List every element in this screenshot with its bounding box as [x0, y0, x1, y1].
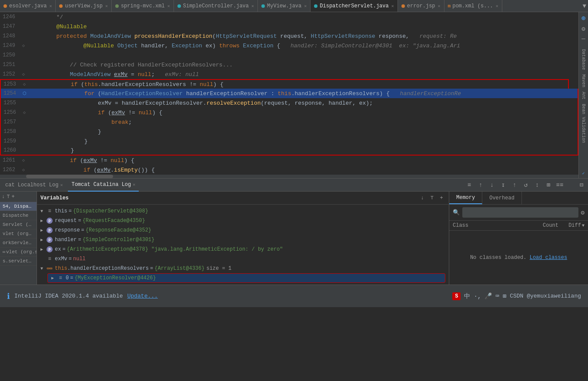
- tab-error[interactable]: error.jsp ✕: [398, 0, 444, 12]
- list-icon[interactable]: ≡≡: [555, 180, 565, 190]
- tab-pom[interactable]: m pom.xml (s... ✕: [444, 0, 502, 12]
- line-content: @Nullable Object handler, Exception ex) …: [27, 43, 578, 49]
- refresh-icon[interactable]: ↺: [521, 180, 531, 190]
- var-equals: =: [69, 256, 72, 262]
- close-icon[interactable]: ✕: [105, 3, 108, 9]
- sidebar-ant-label[interactable]: Ant: [580, 90, 587, 101]
- thread-item-vlet2[interactable]: ∞ vlet (org.s..: [0, 248, 37, 257]
- sidebar-maven-label[interactable]: Maven: [580, 73, 587, 89]
- load-classes-link[interactable]: Load classes: [530, 255, 567, 261]
- thread-item-54[interactable]: 54, Dispatc: [0, 202, 37, 211]
- close-icon[interactable]: ✕: [438, 3, 441, 9]
- line-number: 1253: [1, 81, 20, 87]
- layout-icon[interactable]: ⊟: [577, 180, 586, 190]
- line-gutter: ⬡: [20, 91, 28, 96]
- var-item-response[interactable]: ▶ p response = {ResponseFacade@4352}: [37, 225, 449, 235]
- tab-springmvc[interactable]: spring-mvc.xml ✕: [112, 0, 174, 12]
- close-icon[interactable]: ✕: [304, 3, 307, 9]
- memory-table-header: Class Count Diff ▼: [449, 221, 588, 231]
- search-input[interactable]: [462, 207, 578, 218]
- var-filter-icon[interactable]: ⊤: [428, 194, 436, 202]
- var-item-exmv[interactable]: ≡ exMv = null: [37, 254, 449, 264]
- expand-tabs-icon[interactable]: ▼: [583, 3, 586, 10]
- var-equals: =: [81, 227, 84, 233]
- tab-localhost-log[interactable]: cat Localhost Log ✕: [2, 179, 66, 192]
- checkmark-icon[interactable]: ✓: [582, 171, 585, 176]
- thread-item-vlet1[interactable]: vlet (org.s..: [0, 229, 37, 239]
- thread-item-workservlet[interactable]: orkServlet..: [0, 239, 37, 248]
- close-icon[interactable]: ✕: [60, 182, 63, 188]
- var-item-handler[interactable]: ▶ p handler = {SimpleController@4301}: [37, 235, 449, 245]
- notification-text: IntelliJ IDEA 2020.1.4 available: [14, 293, 123, 299]
- line-number: 1260: [1, 147, 20, 153]
- var-add-icon[interactable]: +: [438, 194, 445, 202]
- tab-esolver[interactable]: esolver.java ✕: [0, 0, 56, 12]
- var-sort-icon[interactable]: ↓: [418, 194, 426, 202]
- thread-item-servlet1[interactable]: Servlet (or..: [0, 220, 37, 229]
- var-item-this[interactable]: ▼ ≡ this = {DispatcherServlet@4308}: [37, 206, 449, 216]
- var-item-request[interactable]: ▶ p request = {RequestFacade@4350}: [37, 216, 449, 225]
- tab-overhead[interactable]: Overhead: [482, 192, 522, 204]
- tab-memory[interactable]: Memory: [449, 192, 482, 204]
- var-item-0[interactable]: ▶ ≡ 0 = {MyExceptionResolver@4426}: [47, 273, 445, 283]
- tab-dispatcherservlet[interactable]: DispatcherServlet.java ✕: [311, 0, 398, 12]
- arrow-down-icon[interactable]: ↓: [487, 180, 497, 190]
- line-number: 1250: [0, 52, 20, 58]
- diff-sort-icon[interactable]: ▼: [582, 223, 585, 228]
- tab-myview[interactable]: MyView.java ✕: [258, 0, 311, 12]
- close-icon[interactable]: ✕: [167, 3, 170, 9]
- close-icon[interactable]: ✕: [251, 3, 254, 9]
- close-icon[interactable]: ✕: [391, 3, 394, 9]
- tab-label: spring-mvc.xml: [121, 3, 165, 9]
- tab-catalina-log[interactable]: Tomcat Catalina Log ✕: [68, 179, 139, 192]
- thread-item-dispatcher[interactable]: Dispatche: [0, 211, 37, 220]
- editor-container: 1246 */ 1247 @Nullable 1248 protected M: [0, 12, 588, 178]
- lang-chinese-icon[interactable]: 中: [464, 292, 470, 300]
- variables-panel: Variables ↓ ⊤ + ▼ ≡ this = {DispatcherSe…: [37, 192, 449, 285]
- var-item-her[interactable]: ▼ ∞∞ this.handlerExceptionResolvers = {A…: [37, 264, 449, 273]
- keyboard-icon[interactable]: ⌨: [495, 292, 499, 300]
- expand-icon: ▶: [40, 228, 47, 233]
- close-icon[interactable]: ✕: [496, 3, 498, 9]
- gear-icon[interactable]: ⚙: [581, 209, 585, 216]
- arrow-up2-icon[interactable]: ↑: [510, 180, 519, 190]
- tab-userview[interactable]: userView.jsp ✕: [56, 0, 111, 12]
- menu-icon[interactable]: ≡: [464, 180, 474, 190]
- var-name: handler: [55, 237, 77, 243]
- grid-icon[interactable]: ⊞: [544, 180, 553, 190]
- var-type-icon: ≡: [47, 208, 53, 214]
- filter-icon[interactable]: ⊤: [7, 193, 10, 200]
- mic-icon[interactable]: 🎤: [484, 292, 492, 300]
- sort-icon[interactable]: ↓: [2, 194, 5, 200]
- memory-panel: Memory Overhead 🔍 ⚙ Class Count Diff ▼: [449, 192, 588, 285]
- toggle-icon[interactable]: ↕: [532, 180, 542, 190]
- line-content: }: [28, 147, 578, 154]
- close-icon[interactable]: ✕: [49, 3, 52, 9]
- grid2-icon[interactable]: ⊞: [503, 292, 506, 300]
- settings-icon[interactable]: ⚙: [581, 25, 585, 33]
- line-number: 1247: [0, 23, 20, 30]
- close-icon[interactable]: ✕: [133, 182, 135, 187]
- arrow-up-icon[interactable]: ↑: [476, 180, 485, 190]
- var-item-ex[interactable]: ▶ p ex = {ArithmeticException@4378} "jav…: [37, 245, 449, 254]
- sidebar-bean-validation-label[interactable]: Bean Validation: [580, 102, 587, 145]
- sidebar-database-label[interactable]: Database: [580, 47, 587, 72]
- code-line-1251: 1251 // Check registered HandlerExceptio…: [0, 60, 578, 70]
- globe-icon[interactable]: ⊕: [581, 14, 586, 23]
- tab-label: SimpleController.java: [183, 3, 249, 9]
- horizontal-scrollbar[interactable]: [0, 175, 578, 178]
- minimize-icon[interactable]: —: [581, 35, 585, 42]
- line-gutter: ◇: [20, 110, 28, 115]
- code-editor[interactable]: 1246 */ 1247 @Nullable 1248 protected M: [0, 12, 578, 178]
- var-name: 0: [66, 275, 69, 281]
- add-icon[interactable]: +: [11, 194, 14, 200]
- arrow-down-full-icon[interactable]: ↧: [498, 180, 508, 190]
- thread-item-servlet2[interactable]: s.servlet.h..: [0, 257, 37, 266]
- scrollbar-thumb[interactable]: [26, 175, 113, 178]
- var-name: request: [55, 218, 77, 224]
- code-line-1249: 1249 ◇ @Nullable Object handler, Excepti…: [0, 41, 578, 50]
- expand-icon: ▼: [40, 266, 47, 271]
- update-link[interactable]: Update...: [127, 293, 158, 299]
- tab-simplecontroller[interactable]: SimpleController.java ✕: [174, 0, 258, 12]
- var-equals: =: [70, 275, 73, 281]
